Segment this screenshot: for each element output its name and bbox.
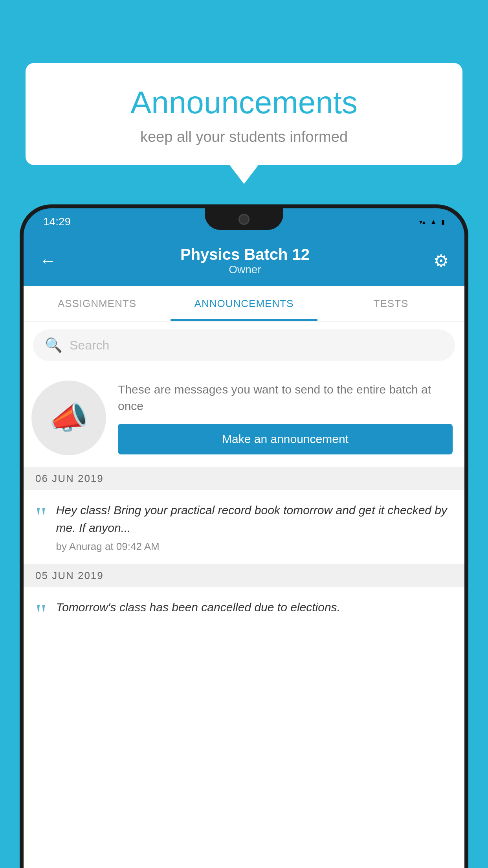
date-separator-1: 06 JUN 2019 (24, 467, 464, 490)
wifi-icon: ▾▴ (419, 218, 426, 226)
status-time: 14:29 (43, 215, 71, 228)
announcement-content-1: Hey class! Bring your practical record b… (56, 501, 453, 553)
announcement-item-2[interactable]: " Tomorrow's class has been cancelled du… (24, 587, 464, 639)
app-header: ← Physics Batch 12 Owner ⚙ (24, 235, 464, 286)
make-announcement-button[interactable]: Make an announcement (118, 424, 453, 454)
speech-bubble-title: Announcements (49, 85, 439, 121)
speech-bubble-container: Announcements keep all your students inf… (26, 63, 462, 165)
search-bar[interactable]: 🔍 Search (33, 329, 455, 361)
search-icon: 🔍 (45, 337, 62, 353)
promo-right: These are messages you want to send to t… (118, 381, 453, 454)
announcement-content-2: Tomorrow's class has been cancelled due … (56, 598, 453, 620)
speech-bubble-subtitle: keep all your students informed (49, 129, 439, 145)
signal-icon: ▲ (430, 218, 437, 225)
announcement-text-1: Hey class! Bring your practical record b… (56, 501, 453, 537)
announcement-item-1[interactable]: " Hey class! Bring your practical record… (24, 490, 464, 564)
tab-announcements[interactable]: ANNOUNCEMENTS (171, 286, 317, 321)
quote-icon-2: " (35, 600, 47, 628)
megaphone-icon: 📣 (49, 399, 88, 436)
tab-assignments[interactable]: ASSIGNMENTS (24, 286, 171, 321)
camera (238, 214, 250, 225)
search-placeholder: Search (70, 338, 109, 353)
settings-icon[interactable]: ⚙ (433, 251, 449, 271)
quote-icon-1: " (35, 503, 47, 531)
announcement-promo: 📣 These are messages you want to send to… (24, 369, 464, 467)
phone-notch (205, 208, 283, 230)
screen-content: 🔍 Search 📣 These are messages you want t… (24, 322, 464, 868)
tab-tests[interactable]: TESTS (317, 286, 464, 321)
batch-title: Physics Batch 12 (180, 246, 310, 263)
phone-frame: 14:29 ▾▴ ▲ ▮ ← Physics Batch 12 Owner ⚙ … (20, 204, 468, 868)
phone-inner: 14:29 ▾▴ ▲ ▮ ← Physics Batch 12 Owner ⚙ … (24, 208, 464, 868)
announcement-text-2: Tomorrow's class has been cancelled due … (56, 598, 453, 616)
header-title-group: Physics Batch 12 Owner (180, 246, 310, 276)
status-icons: ▾▴ ▲ ▮ (419, 218, 445, 226)
tabs-bar: ASSIGNMENTS ANNOUNCEMENTS TESTS (24, 286, 464, 322)
battery-icon: ▮ (441, 218, 445, 226)
announcement-author-1: by Anurag at 09:42 AM (56, 541, 453, 553)
back-button[interactable]: ← (39, 251, 57, 270)
batch-subtitle: Owner (180, 263, 310, 276)
speech-bubble: Announcements keep all your students inf… (26, 63, 462, 165)
date-separator-2: 05 JUN 2019 (24, 564, 464, 587)
megaphone-circle: 📣 (31, 381, 106, 455)
promo-description: These are messages you want to send to t… (118, 381, 453, 414)
